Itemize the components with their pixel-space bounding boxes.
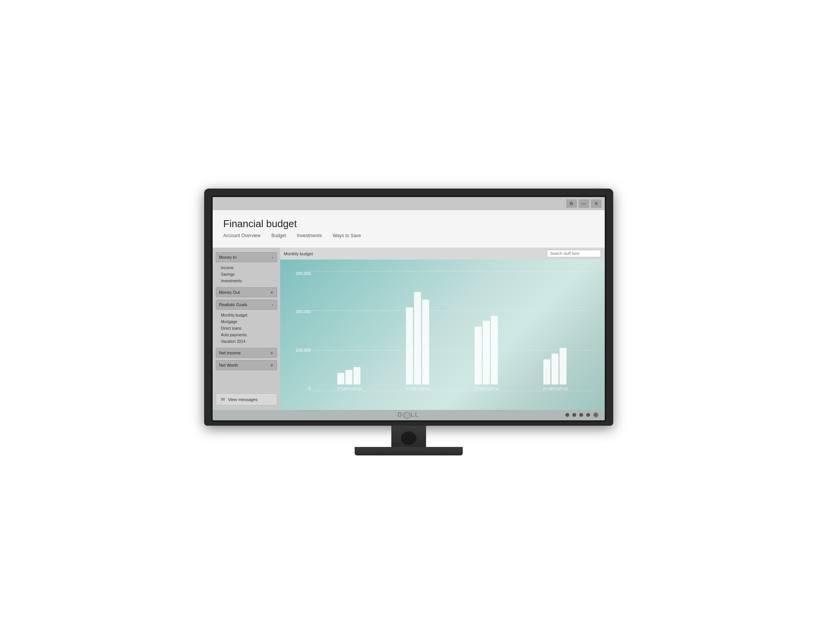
tab-account-overview[interactable]: Account Overview xyxy=(223,233,261,239)
bar-g2-fy12 xyxy=(422,300,429,384)
bar-label-g2-fy10: FY10 xyxy=(406,387,413,391)
chart-title: Monthly budget xyxy=(284,251,313,256)
main-layout: Money In - Income Savings Investments Mo… xyxy=(213,248,605,410)
bar-g3-fy10 xyxy=(475,327,482,384)
monitor-wrapper: ⚙ — ✕ Financial budget Account Overview … xyxy=(204,189,613,455)
chart-header: Monthly budget xyxy=(280,248,605,260)
grid-line-bottom xyxy=(311,391,593,391)
envelope-icon: ✉ xyxy=(221,396,225,402)
sidebar-item-vacation-2014[interactable]: Vacation 2014 xyxy=(220,338,277,345)
bar-label-g1-fy10: FY10 xyxy=(337,387,344,391)
monitor-stand-base xyxy=(355,447,463,455)
section-realistic-goals-toggle: - xyxy=(272,302,274,307)
bar-group-3-bars xyxy=(475,316,498,384)
bar-group-1-bars xyxy=(337,367,360,384)
bar-group-1-labels: FY10 FY11 FY12 xyxy=(337,387,360,391)
sidebar: Money In - Income Savings Investments Mo… xyxy=(213,248,280,410)
bar-g2-fy10 xyxy=(406,307,413,384)
settings-button[interactable]: ⚙ xyxy=(566,199,577,208)
sidebar-item-mortgage[interactable]: Mortgage xyxy=(220,319,277,325)
section-realistic-goals-items: Monthly budget Mortgage Direct loans Aut… xyxy=(216,312,277,345)
monitor-stand-neck xyxy=(391,426,426,447)
tab-budget[interactable]: Budget xyxy=(271,233,286,239)
bar-group-4-bars xyxy=(543,348,567,384)
bar-label-g4-fy11: FY11 xyxy=(551,387,558,391)
bar-group-2-bars xyxy=(406,292,429,384)
section-net-worth-label: Net Worth xyxy=(219,363,238,368)
bar-label-g3-fy10: FY10 xyxy=(475,387,482,391)
section-money-out[interactable]: Money Out + xyxy=(216,287,277,297)
chart-bg: 300,000 200,000 100,000 0 xyxy=(280,260,605,410)
view-messages-button[interactable]: ✉ View messages xyxy=(216,393,277,405)
bar-group-2: FY10 FY11 FY12 xyxy=(406,292,429,391)
bar-g4-fy10 xyxy=(543,359,550,384)
section-realistic-goals-label: Realistic Goals xyxy=(219,302,247,307)
close-button[interactable]: ✕ xyxy=(591,199,602,208)
section-money-out-label: Money Out xyxy=(219,290,240,295)
bar-g1-fy11 xyxy=(345,370,352,384)
search-input[interactable] xyxy=(547,250,601,257)
bar-label-g2-fy12: FY12 xyxy=(422,387,429,391)
bar-group-2-labels: FY10 FY11 FY12 xyxy=(406,387,429,391)
app-content: Financial budget Account Overview Budget… xyxy=(213,210,605,248)
bar-label-g4-fy10: FY10 xyxy=(543,387,550,391)
bar-g3-fy11 xyxy=(483,321,490,384)
bar-group-1: FY10 FY11 FY12 xyxy=(337,367,360,391)
monitor-bottom-bar: D◌LL xyxy=(213,410,605,420)
monitor-button-2[interactable] xyxy=(572,413,576,417)
section-net-income-toggle: + xyxy=(270,350,273,356)
monitor-controls xyxy=(565,412,599,418)
bar-label-g3-fy12: FY12 xyxy=(491,387,498,391)
bar-label-g3-fy11: FY11 xyxy=(483,387,490,391)
section-net-income-label: Net Income xyxy=(219,351,241,355)
sidebar-item-investments[interactable]: Investments xyxy=(220,278,277,284)
minimize-button[interactable]: — xyxy=(578,199,589,208)
sidebar-item-savings[interactable]: Savings xyxy=(220,271,277,278)
bar-label-g1-fy11: FY11 xyxy=(345,387,352,391)
sidebar-item-monthly-budget[interactable]: Monthly budget xyxy=(220,312,277,319)
bar-group-4-labels: FY10 FY11 FY12 xyxy=(543,387,567,391)
monitor-button-3[interactable] xyxy=(579,413,583,417)
section-net-income[interactable]: Net Income + xyxy=(216,348,277,358)
view-messages-label: View messages xyxy=(228,397,258,402)
section-money-in-toggle: - xyxy=(272,255,274,260)
chart-area: Monthly budget 300,000 200,000 100,000 xyxy=(280,248,605,410)
window-titlebar: ⚙ — ✕ xyxy=(213,197,605,210)
sidebar-item-direct-loans[interactable]: Direct loans xyxy=(220,325,277,332)
tab-ways-to-save[interactable]: Ways to Save xyxy=(333,233,361,239)
chart-plot-area: FY10 FY11 FY12 xyxy=(311,271,593,391)
bar-g4-fy12 xyxy=(560,348,567,384)
monitor-screen: ⚙ — ✕ Financial budget Account Overview … xyxy=(213,197,605,420)
bar-label-g4-fy12: FY12 xyxy=(560,387,567,391)
section-money-out-toggle: + xyxy=(270,290,273,295)
sidebar-item-income[interactable]: Income xyxy=(220,265,277,271)
bar-g4-fy11 xyxy=(551,354,558,384)
page-title: Financial budget xyxy=(223,218,594,230)
bar-label-g2-fy11: FY11 xyxy=(414,387,421,391)
nav-tabs: Account Overview Budget Investments Ways… xyxy=(223,233,594,239)
section-realistic-goals[interactable]: Realistic Goals - xyxy=(216,300,277,310)
chart-inner: FY10 FY11 FY12 xyxy=(280,260,605,410)
bar-g3-fy12 xyxy=(491,316,498,384)
bar-groups: FY10 FY11 FY12 xyxy=(311,271,593,391)
section-money-in[interactable]: Money In - xyxy=(216,252,277,262)
dell-logo: D◌LL xyxy=(398,411,419,419)
bar-label-g1-fy12: FY12 xyxy=(354,387,360,391)
monitor-button-4[interactable] xyxy=(586,413,590,417)
power-button[interactable] xyxy=(593,412,599,418)
bar-g2-fy11 xyxy=(414,292,421,384)
bar-g1-fy12 xyxy=(354,367,360,384)
section-money-in-items: Income Savings Investments xyxy=(216,265,277,284)
screen-bezel: ⚙ — ✕ Financial budget Account Overview … xyxy=(211,196,606,422)
sidebar-item-auto-payments[interactable]: Auto payments xyxy=(220,332,277,338)
section-net-worth[interactable]: Net Worth + xyxy=(216,360,277,370)
monitor-button-1[interactable] xyxy=(565,413,569,417)
bar-group-4: FY10 FY11 FY12 xyxy=(543,348,567,391)
bar-group-3-labels: FY10 FY11 FY12 xyxy=(475,387,498,391)
section-money-in-label: Money In xyxy=(219,255,237,260)
bar-g1-fy10 xyxy=(337,373,344,384)
tab-investments[interactable]: Investments xyxy=(297,233,322,239)
monitor-body: ⚙ — ✕ Financial budget Account Overview … xyxy=(204,189,613,426)
bar-group-3: FY10 FY11 FY12 xyxy=(475,316,498,391)
section-net-worth-toggle: + xyxy=(270,362,273,368)
